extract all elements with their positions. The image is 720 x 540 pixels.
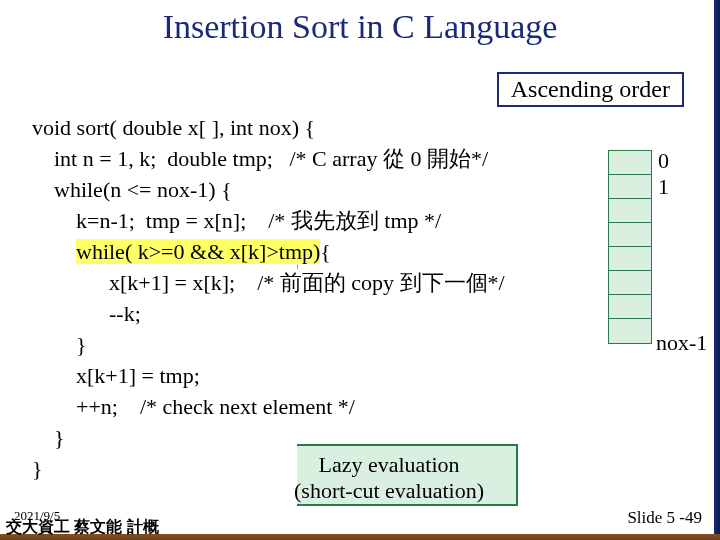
ascending-order-box: Ascending order xyxy=(497,72,684,107)
slide-title: Insertion Sort in C Language xyxy=(0,8,720,46)
array-cell xyxy=(609,151,651,175)
array-cell xyxy=(609,199,651,223)
code-line-5-highlight: while( k>=0 && x[k]>tmp) xyxy=(76,239,320,264)
code-line-11: } xyxy=(32,425,65,450)
array-index-1: 1 xyxy=(658,174,669,200)
code-line-4: k=n-1; tmp = x[n]; /* 我先放到 tmp */ xyxy=(32,208,441,233)
slide-border-right xyxy=(714,0,720,540)
callout-line1: Lazy evaluation xyxy=(318,452,459,477)
slide-number: Slide 5 -49 xyxy=(627,508,702,528)
code-line-1: void sort( double x[ ], int nox) { xyxy=(32,115,315,140)
array-cell xyxy=(609,247,651,271)
code-line-9: x[k+1] = tmp; xyxy=(32,363,200,388)
code-line-3: while(n <= nox-1) { xyxy=(32,177,232,202)
callout-line2: (short-cut evaluation) xyxy=(294,478,484,503)
array-cell xyxy=(609,319,651,343)
code-line-7: --k; xyxy=(32,301,141,326)
code-line-8: } xyxy=(32,332,87,357)
code-line-2: int n = 1, k; double tmp; /* C array 從 0… xyxy=(32,146,488,171)
array-cell xyxy=(609,271,651,295)
array-cell xyxy=(609,223,651,247)
code-line-12: } xyxy=(32,456,43,481)
array-cell xyxy=(609,175,651,199)
array-diagram xyxy=(608,150,652,344)
array-index-last: nox-1 xyxy=(656,330,707,356)
footer-author: 交大資工 蔡文能 計概 xyxy=(6,517,159,538)
callout-text: Lazy evaluation (short-cut evaluation) xyxy=(272,452,506,504)
array-index-0: 0 xyxy=(658,148,669,174)
array-cell xyxy=(609,295,651,319)
code-line-5a xyxy=(32,239,76,264)
